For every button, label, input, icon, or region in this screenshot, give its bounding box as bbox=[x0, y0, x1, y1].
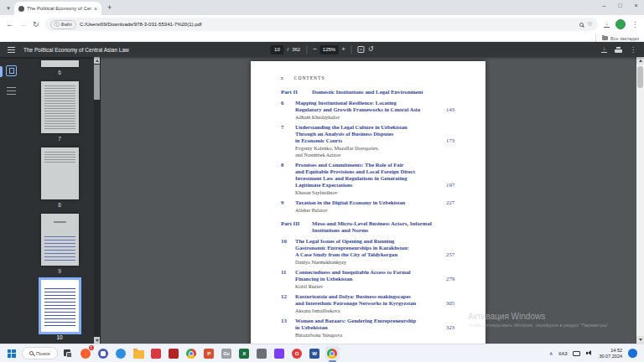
thumbnails-tab-icon[interactable] bbox=[6, 65, 17, 76]
thumbnail-page-number: 10 bbox=[56, 334, 62, 340]
running-head-title: CONTENTS bbox=[294, 75, 325, 80]
rotate-icon[interactable]: ↺ bbox=[368, 46, 374, 53]
notification-badge[interactable] bbox=[628, 349, 637, 358]
zoom-indicator-icon[interactable] bbox=[579, 23, 584, 27]
toc-chapter-10: 10The Legal Issues of Opening and Runnin… bbox=[281, 238, 454, 266]
system-tray: ∧ КАЗ 14:52 30.07.2024 bbox=[549, 348, 640, 359]
toc-chapter-13: 13Women and Bazaars: Gendering Entrepren… bbox=[281, 318, 454, 339]
word-icon[interactable]: W bbox=[308, 346, 322, 360]
tab-search-chevron-icon[interactable]: ▾ bbox=[3, 3, 13, 13]
url-text: C:/Users/09/Downloads/978-3-031-55341-7%… bbox=[80, 22, 576, 27]
pdf-document-title: The Political Economy of Central Asian L… bbox=[23, 47, 129, 53]
profile-avatar[interactable] bbox=[615, 19, 626, 29]
scroll-up-icon[interactable] bbox=[94, 57, 100, 64]
pdf-more-icon[interactable]: ⋮ bbox=[630, 46, 636, 54]
translate-icon[interactable]: Gc bbox=[220, 346, 234, 360]
fit-page-icon[interactable] bbox=[358, 46, 365, 53]
folio: x bbox=[281, 75, 283, 80]
thumbnail-page-image[interactable] bbox=[41, 214, 79, 266]
thumbnail-page-image[interactable] bbox=[41, 280, 79, 332]
viewer-scroll-down-icon[interactable] bbox=[636, 336, 644, 344]
browser-orange-icon[interactable]: 1 bbox=[79, 346, 93, 360]
page-thumbnail-10[interactable]: 10 bbox=[41, 280, 79, 340]
address-bar[interactable]: ⓘ Файл C:/Users/09/Downloads/978-3-031-5… bbox=[45, 18, 598, 31]
url-scheme-chip[interactable]: ⓘ Файл bbox=[50, 20, 77, 29]
back-button[interactable]: ← bbox=[6, 21, 13, 28]
toc-part-heading: Part IIDomestic Institutions and Legal E… bbox=[281, 89, 454, 96]
sidebar-scrollbar[interactable] bbox=[94, 57, 100, 344]
messenger-icon[interactable] bbox=[96, 346, 111, 360]
keyboard-language-indicator[interactable]: КАЗ bbox=[558, 351, 567, 356]
browser-tab[interactable]: The Political Economy of Centra × bbox=[14, 2, 101, 15]
minimize-button[interactable]: – bbox=[596, 0, 612, 11]
zoom-in-button[interactable]: + bbox=[341, 46, 345, 53]
pdf-page-zoom-controls: 10 / 362 − 125% + ↺ bbox=[270, 42, 373, 57]
viewer-scroll-thumb[interactable] bbox=[637, 66, 643, 88]
taskbar-search[interactable]: Поиск bbox=[22, 347, 58, 359]
viewer-scroll-up-icon[interactable] bbox=[636, 57, 644, 65]
maximize-button[interactable]: □ bbox=[612, 0, 628, 11]
pdf-page-viewport[interactable]: x CONTENTS Part IIDomestic Institutions … bbox=[101, 57, 636, 344]
windows-logo-icon bbox=[8, 349, 16, 358]
thumbnail-page-image[interactable] bbox=[41, 147, 79, 199]
bookmark-star-icon[interactable]: ☆ bbox=[587, 21, 593, 28]
purple-app-icon[interactable] bbox=[273, 346, 287, 360]
page-thumbnail-9[interactable]: 9 bbox=[41, 214, 79, 274]
task-view-button[interactable] bbox=[61, 346, 75, 360]
browser-menu-icon[interactable]: ⋮ bbox=[631, 21, 638, 28]
media-player-icon[interactable] bbox=[167, 346, 181, 360]
browser-tab-strip: ▾ The Political Economy of Centra × + – … bbox=[0, 0, 644, 15]
volume-icon[interactable] bbox=[586, 350, 593, 357]
all-bookmarks-button[interactable]: Все закладки bbox=[595, 34, 639, 42]
sidebar-scroll-thumb[interactable] bbox=[94, 65, 100, 100]
thumbnail-page-number: 8 bbox=[58, 202, 61, 208]
scroll-down-icon[interactable] bbox=[94, 337, 100, 344]
chrome-icon[interactable] bbox=[184, 346, 199, 360]
viewer-scrollbar[interactable] bbox=[636, 57, 644, 344]
zoom-out-button[interactable]: − bbox=[313, 46, 317, 53]
thumbnail-page-image[interactable] bbox=[41, 60, 79, 67]
excel-icon[interactable]: X bbox=[237, 346, 252, 360]
search-label: Поиск bbox=[36, 351, 50, 356]
pdf-menu-icon[interactable] bbox=[8, 49, 15, 50]
tab-close-icon[interactable]: × bbox=[94, 6, 97, 12]
pdf-download-button[interactable]: ↓ bbox=[601, 46, 607, 53]
pdf-action-buttons: ↓ ⋮ bbox=[601, 46, 636, 54]
downloads-button[interactable]: ↓ bbox=[604, 21, 610, 28]
network-icon[interactable] bbox=[573, 351, 580, 356]
page-number-input[interactable]: 10 bbox=[270, 45, 283, 54]
pdf-viewer-main: 678910 x CONTENTS Part IIDomestic Instit… bbox=[0, 57, 644, 344]
chrome-active-icon[interactable] bbox=[325, 346, 340, 360]
taskbar-clock[interactable]: 14:52 30.07.2024 bbox=[599, 348, 622, 359]
browser-toolbar: ← → ↻ ⓘ Файл C:/Users/09/Downloads/978-3… bbox=[0, 15, 644, 34]
toolbar-divider bbox=[306, 45, 307, 54]
acrobat-icon[interactable] bbox=[149, 346, 164, 360]
opera-icon[interactable]: O bbox=[290, 346, 304, 360]
pdf-toolbar: The Political Economy of Central Asian L… bbox=[0, 42, 644, 57]
page-thumbnail-8[interactable]: 8 bbox=[41, 147, 79, 208]
start-button[interactable] bbox=[4, 346, 18, 360]
toc-chapter-9: 9Taxation in the Digital Economy in Uzbe… bbox=[281, 199, 454, 214]
bookmarks-bar: Все закладки bbox=[0, 34, 644, 42]
toc-chapter-8: 8Promises and Commitments: The Role of F… bbox=[281, 162, 454, 196]
new-tab-button[interactable]: + bbox=[107, 4, 112, 12]
running-head: x CONTENTS bbox=[281, 75, 454, 80]
info-icon: ⓘ bbox=[55, 21, 60, 28]
toc-chapter-6: 6Mapping Institutional Resilience: Locat… bbox=[281, 100, 454, 121]
edge-icon[interactable] bbox=[114, 346, 128, 360]
powerpoint-icon[interactable]: P bbox=[202, 346, 216, 360]
thumbnail-page-image[interactable] bbox=[41, 81, 79, 133]
calculator-icon[interactable] bbox=[255, 346, 269, 360]
tray-overflow-chevron-icon[interactable]: ∧ bbox=[549, 350, 553, 356]
document-outline-icon[interactable] bbox=[6, 85, 17, 96]
print-icon[interactable] bbox=[615, 47, 622, 53]
page-thumbnail-7[interactable]: 7 bbox=[41, 81, 79, 142]
download-arrow-icon: ↓ bbox=[605, 21, 609, 26]
pdf-download-arrow-icon: ↓ bbox=[603, 46, 606, 51]
toc-chapter-7: 7Understanding the Legal Culture in Uzbe… bbox=[281, 124, 454, 158]
zoom-level[interactable]: 125% bbox=[320, 45, 338, 54]
close-button[interactable]: × bbox=[628, 0, 644, 11]
page-thumbnail-6[interactable]: 6 bbox=[41, 60, 79, 75]
file-explorer-icon[interactable] bbox=[132, 346, 146, 360]
reload-button[interactable]: ↻ bbox=[33, 21, 39, 28]
